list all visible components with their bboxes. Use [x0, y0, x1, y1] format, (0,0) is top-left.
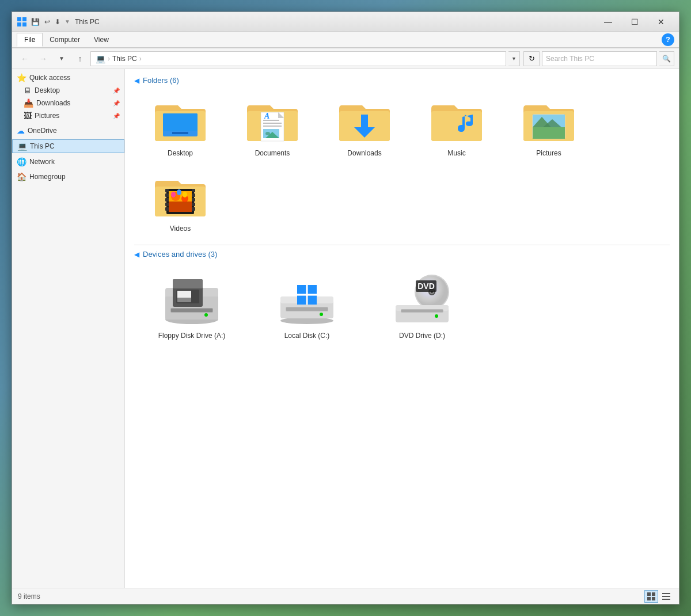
tab-file[interactable]: File	[17, 33, 43, 47]
sidebar: ⭐ Quick access 🖥 Desktop 📌 📥 Downloads 📌…	[12, 69, 125, 588]
svg-rect-37	[192, 203, 195, 206]
sidebar-item-downloads[interactable]: 📥 Downloads 📌	[12, 97, 124, 109]
save-icon[interactable]: 💾	[29, 17, 41, 26]
tab-computer[interactable]: Computer	[43, 33, 87, 46]
folders-section-header: ◀ Folders (6)	[134, 76, 670, 85]
downloads-label: Downloads	[36, 99, 70, 107]
close-button[interactable]: ✕	[648, 12, 674, 32]
folder-pictures[interactable]: Pictures	[503, 89, 595, 165]
downloads-folder-icon: 📥	[24, 98, 33, 108]
svg-point-68	[320, 313, 323, 316]
folder-videos[interactable]: Videos	[134, 165, 226, 240]
folder-documents[interactable]: A Documents	[226, 89, 318, 165]
folder-downloads[interactable]: Downloads	[318, 89, 411, 165]
minimize-button[interactable]: —	[595, 12, 621, 32]
desktop-folder-icon	[151, 97, 209, 146]
sidebar-item-quick-access[interactable]: ⭐ Quick access	[12, 71, 124, 84]
svg-rect-3	[22, 22, 26, 26]
svg-rect-0	[17, 17, 21, 21]
tiles-view-button[interactable]	[644, 590, 658, 603]
downloads-folder-label: Downloads	[347, 149, 381, 157]
recent-locations-button[interactable]: ▼	[54, 51, 70, 66]
list-view-button[interactable]	[659, 590, 673, 603]
floppy-drive-label: Floppy Disk Drive (A:)	[158, 332, 226, 340]
drives-section-title: Devices and drives (3)	[143, 250, 217, 258]
redo-icon[interactable]: ⬇	[53, 17, 62, 26]
search-box[interactable]: Search This PC	[542, 51, 657, 66]
svg-rect-80	[401, 310, 443, 312]
svg-rect-84	[647, 597, 651, 600]
folder-music[interactable]: Music	[411, 89, 503, 165]
network-label: Network	[29, 158, 55, 166]
documents-folder-label: Documents	[255, 149, 290, 157]
desktop-icon: 🖥	[24, 86, 32, 95]
forward-button[interactable]: →	[35, 51, 51, 66]
svg-rect-83	[652, 592, 655, 596]
dvd-drive-icon: DVD	[388, 271, 457, 328]
onedrive-label: OneDrive	[28, 127, 57, 135]
sidebar-item-this-pc[interactable]: 💻 This PC	[12, 139, 124, 153]
sidebar-item-onedrive[interactable]: ☁ OneDrive	[12, 124, 124, 137]
section-divider	[134, 245, 670, 245]
documents-folder-icon: A	[244, 97, 301, 146]
help-button[interactable]: ?	[662, 33, 674, 46]
folders-collapse-arrow[interactable]: ◀	[134, 77, 139, 85]
sidebar-item-pictures[interactable]: 🖼 Pictures 📌	[12, 109, 124, 122]
pin-icon[interactable]: ▼	[64, 18, 70, 25]
svg-rect-55	[171, 309, 212, 312]
drive-floppy[interactable]: Floppy Disk Drive (A:)	[134, 263, 249, 347]
search-button[interactable]: 🔍	[659, 51, 674, 66]
ribbon: File Computer View ?	[12, 32, 679, 48]
drives-grid: Floppy Disk Drive (A:)	[134, 263, 670, 347]
svg-rect-7	[172, 132, 188, 134]
star-icon: ⭐	[17, 73, 26, 82]
main-area: ⭐ Quick access 🖥 Desktop 📌 📥 Downloads 📌…	[12, 69, 679, 588]
address-path[interactable]: 💻 › This PC ›	[90, 51, 506, 66]
svg-rect-20	[431, 111, 482, 141]
quick-access-label: Quick access	[29, 74, 70, 82]
music-folder-icon	[428, 97, 485, 146]
svg-rect-18	[361, 115, 368, 127]
up-button[interactable]: ↑	[72, 51, 88, 66]
pin-pictures-icon: 📌	[113, 113, 120, 119]
homegroup-label: Homegroup	[29, 173, 66, 181]
svg-rect-30	[165, 193, 169, 197]
back-button[interactable]: ←	[17, 51, 33, 66]
svg-rect-65	[297, 294, 317, 296]
content-area: ◀ Folders (6)	[125, 69, 679, 588]
svg-rect-61	[307, 285, 317, 294]
maximize-button[interactable]: ☐	[621, 12, 648, 32]
address-dropdown[interactable]: ▼	[508, 51, 520, 66]
pin-desktop-icon: 📌	[113, 88, 120, 94]
quick-access-toolbar: 💾 ↩ ⬇	[29, 17, 62, 26]
svg-rect-31	[165, 198, 169, 201]
svg-rect-29	[165, 189, 169, 192]
drives-collapse-arrow[interactable]: ◀	[134, 250, 139, 258]
drive-local[interactable]: Local Disk (C:)	[249, 263, 365, 347]
this-pc-icon: 💻	[17, 142, 27, 151]
svg-rect-63	[307, 295, 317, 305]
desktop-folder-label: Desktop	[168, 149, 193, 157]
sidebar-item-homegroup[interactable]: 🏠 Homegroup	[12, 170, 124, 183]
refresh-button[interactable]: ↻	[523, 51, 540, 66]
sidebar-item-desktop[interactable]: 🖥 Desktop 📌	[12, 84, 124, 97]
svg-rect-1	[22, 17, 26, 21]
svg-rect-50	[173, 279, 203, 288]
svg-point-43	[171, 192, 176, 197]
svg-text:DVD: DVD	[417, 282, 435, 291]
ribbon-tabs: File Computer View ?	[12, 32, 679, 48]
sidebar-item-network[interactable]: 🌐 Network	[12, 155, 124, 168]
pin-downloads-icon: 📌	[113, 100, 120, 107]
videos-folder-label: Videos	[170, 225, 191, 233]
path-icon: 💻	[96, 54, 105, 63]
window-controls: — ☐ ✕	[595, 12, 674, 32]
svg-rect-36	[192, 198, 195, 201]
undo-icon[interactable]: ↩	[43, 17, 52, 26]
file-explorer-window: 💾 ↩ ⬇ ▼ This PC — ☐ ✕ File Computer View…	[12, 12, 679, 604]
svg-rect-34	[192, 189, 195, 192]
folder-desktop[interactable]: Desktop	[134, 89, 226, 165]
homegroup-icon: 🏠	[17, 172, 26, 181]
drive-dvd[interactable]: DVD DVD Drive (D:)	[365, 263, 480, 347]
svg-rect-88	[662, 599, 670, 600]
tab-view[interactable]: View	[87, 33, 116, 46]
